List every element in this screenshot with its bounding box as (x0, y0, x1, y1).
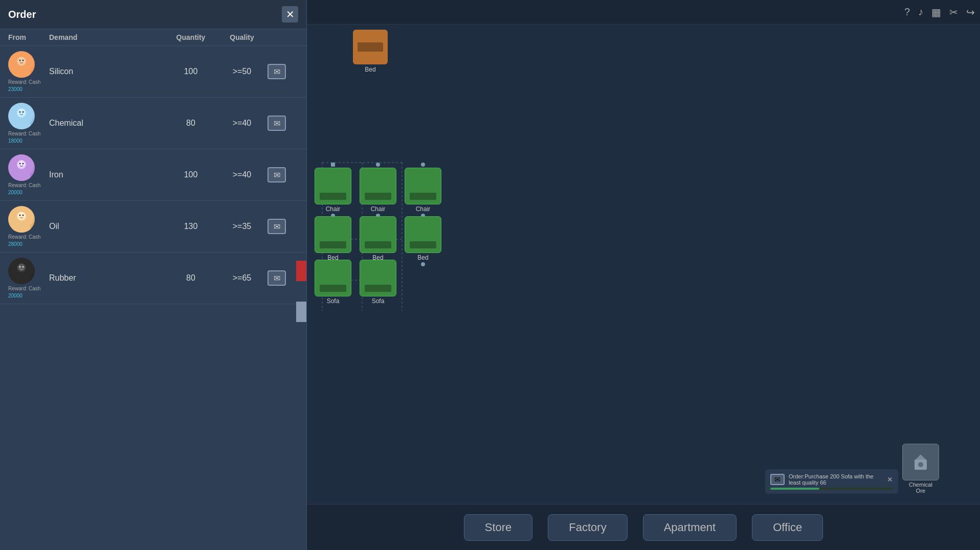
top-bar-right: ? ♪ ▦ ✂ ↪ (904, 6, 975, 18)
notif-progress-bar (770, 488, 819, 490)
svg-point-4 (19, 60, 21, 61)
reward-amount-2: 18000 (8, 138, 23, 144)
demand-oil: Oil (49, 222, 165, 231)
quality-silicon: >=50 (216, 67, 268, 76)
svg-marker-37 (916, 454, 926, 460)
col-demand: Demand (49, 33, 165, 41)
chemical-ore-label1: Chemical (909, 482, 932, 488)
quality-chemical: >=40 (216, 119, 268, 128)
avatar-cell-1: Reward: Cash 23000 (8, 51, 49, 92)
quantity-iron: 100 (165, 170, 216, 179)
col-quality: Quality (216, 33, 268, 41)
col-action (268, 33, 298, 41)
store-button[interactable]: Store (464, 514, 533, 541)
quantity-silicon: 100 (165, 67, 216, 76)
chair-label-2: Chair (371, 205, 386, 213)
svg-point-20 (12, 223, 31, 233)
close-button[interactable]: ✕ (282, 6, 298, 22)
grid-item[interactable]: Chair (402, 163, 444, 218)
order-header: Order ✕ (0, 0, 306, 29)
reward-amount-3: 20000 (8, 190, 23, 195)
svg-point-11 (23, 111, 24, 113)
chemical-ore-label2: Ore (916, 488, 925, 494)
sofa-label-2: Sofa (372, 297, 385, 305)
factory-button[interactable]: Factory (548, 514, 627, 541)
avatar-cell-4: Reward: Cash 28000 (8, 206, 49, 247)
order-row: Reward: Cash 20000 Rubber 80 >=65 ✉ (0, 253, 306, 304)
avatar-cell-5: Reward: Cash 20000 (8, 258, 49, 299)
bed-top-item: Bed (353, 30, 388, 73)
grid-icon[interactable]: ▦ (931, 6, 941, 18)
bottom-nav: Store Factory Apartment Office (307, 504, 980, 550)
svg-point-16 (19, 163, 21, 165)
bed-top-label: Bed (365, 66, 375, 73)
beds-row: Bed Bed Bed (312, 216, 444, 266)
scroll-up-button[interactable] (296, 261, 306, 281)
svg-point-26 (12, 274, 31, 284)
grid-item[interactable]: Chair (357, 163, 399, 218)
svg-point-17 (23, 163, 24, 165)
music-icon[interactable]: ♪ (918, 6, 923, 18)
notif-text: Order:Purchase 200 Sofa with the least q… (789, 473, 883, 486)
svg-point-29 (23, 266, 24, 268)
mail-button-5[interactable]: ✉ (268, 270, 286, 286)
grid-item[interactable]: Sofa (357, 260, 399, 305)
quantity-chemical: 80 (165, 119, 216, 128)
order-row: Reward: Cash 20000 Iron 100 >=40 ✉ (0, 149, 306, 201)
notif-close-button[interactable]: ✕ (887, 475, 893, 484)
col-from: From (8, 33, 49, 41)
apartment-button[interactable]: Apartment (643, 514, 737, 541)
question-icon[interactable]: ? (904, 6, 910, 18)
demand-rubber: Rubber (49, 273, 165, 283)
svg-point-14 (12, 171, 31, 181)
order-row: Reward: Cash 28000 Oil 130 >=35 ✉ (0, 201, 306, 253)
grid-item[interactable]: Bed (312, 216, 354, 266)
order-title: Order (8, 9, 36, 20)
svg-point-28 (19, 266, 21, 268)
svg-point-23 (23, 215, 24, 216)
grid-item[interactable]: Chair (312, 163, 354, 218)
scissors-icon[interactable]: ✂ (949, 6, 958, 18)
game-area: Bed Chair Chair (307, 25, 980, 504)
avatar-4 (8, 206, 35, 233)
chairs-row: Chair Chair Chair (312, 163, 444, 218)
quality-oil: >=35 (216, 222, 268, 231)
grid-item[interactable]: Sofa (312, 260, 354, 305)
avatar-3 (8, 154, 35, 181)
reward-amount-5: 20000 (8, 293, 23, 299)
mail-button-1[interactable]: ✉ (268, 64, 286, 79)
avatar-5 (8, 258, 35, 284)
quality-rubber: >=65 (216, 273, 268, 283)
chemical-ore-item[interactable]: Chemical Ore (902, 444, 939, 494)
reward-label-4: Reward: Cash (8, 234, 40, 240)
demand-chemical: Chemical (49, 119, 165, 128)
scroll-down-button[interactable] (296, 302, 306, 322)
mail-button-2[interactable]: ✉ (268, 116, 286, 131)
avatar-2 (8, 103, 35, 129)
mail-button-4[interactable]: ✉ (268, 219, 286, 234)
sofa-label-1: Sofa (327, 297, 340, 305)
quantity-rubber: 80 (165, 273, 216, 283)
sofas-row: Sofa Sofa (312, 260, 399, 305)
order-row: Reward: Cash 23000 Silicon 100 >=50 ✉ (0, 46, 306, 98)
exit-icon[interactable]: ↪ (966, 6, 975, 18)
bed-tile[interactable] (353, 30, 388, 64)
chair-label-1: Chair (326, 205, 341, 213)
grid-item[interactable]: Bed (402, 216, 444, 266)
order-panel: Order ✕ From Demand Quantity Quality R (0, 0, 307, 550)
mail-button-3[interactable]: ✉ (268, 167, 286, 182)
office-button[interactable]: Office (752, 514, 823, 541)
bed-label-3: Bed (417, 254, 428, 261)
order-row: Reward: Cash 18000 Chemical 80 >=40 ✉ (0, 98, 306, 149)
order-columns-header: From Demand Quantity Quality (0, 29, 306, 46)
svg-point-2 (12, 68, 31, 78)
avatar-cell-2: Reward: Cash 18000 (8, 103, 49, 144)
demand-silicon: Silicon (49, 67, 165, 76)
avatar-1 (8, 51, 35, 78)
reward-amount-1: 23000 (8, 86, 23, 92)
demand-iron: Iron (49, 170, 165, 179)
quality-iron: >=40 (216, 170, 268, 179)
reward-label-1: Reward: Cash (8, 79, 40, 85)
svg-point-38 (918, 462, 923, 467)
grid-item[interactable]: Bed (357, 216, 399, 266)
